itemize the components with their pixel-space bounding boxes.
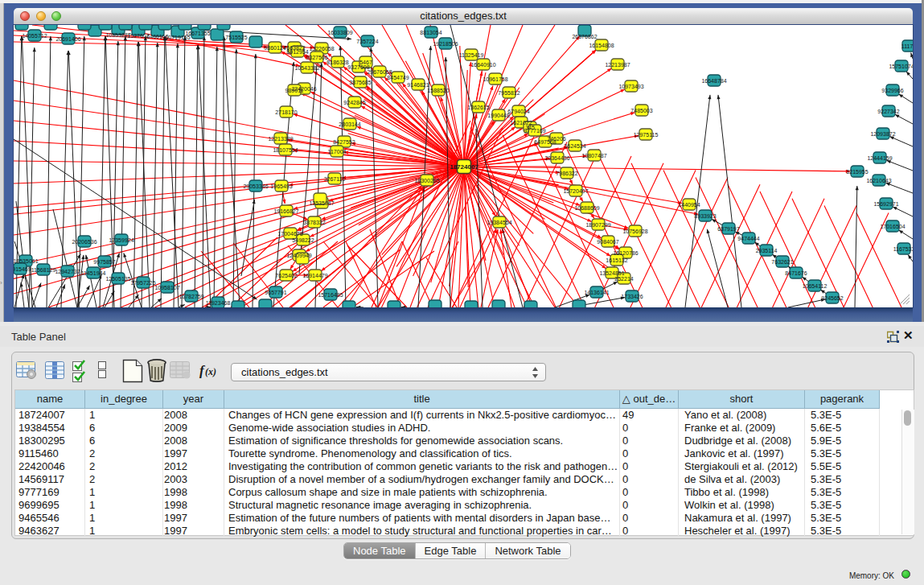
- svg-text:16648784: 16648784: [701, 78, 726, 84]
- svg-text:14055712: 14055712: [22, 33, 47, 39]
- svg-text:1615132: 1615132: [606, 257, 627, 263]
- svg-text:12505135: 12505135: [105, 276, 130, 282]
- svg-text:8454749: 8454749: [387, 75, 409, 80]
- svg-text:9245652: 9245652: [821, 295, 843, 301]
- svg-text:12213987: 12213987: [605, 62, 630, 68]
- svg-text:11923468: 11923468: [206, 300, 231, 306]
- svg-text:29053346: 29053346: [243, 183, 268, 189]
- svg-text:9146821: 9146821: [407, 82, 429, 88]
- svg-text:19218506: 19218506: [433, 41, 458, 47]
- svg-text:19384554: 19384554: [487, 220, 511, 225]
- svg-text:10973493: 10973493: [618, 84, 643, 89]
- svg-text:13226058: 13226058: [309, 46, 334, 51]
- svg-text:18300295: 18300295: [414, 178, 439, 183]
- svg-text:3267110: 3267110: [324, 176, 346, 182]
- svg-text:3915469: 3915469: [14, 266, 31, 272]
- svg-text:10543382: 10543382: [294, 65, 319, 71]
- svg-text:9657791: 9657791: [265, 290, 286, 295]
- svg-text:6879197: 6879197: [717, 226, 739, 232]
- svg-text:10961758: 10961758: [483, 76, 507, 82]
- svg-text:15751074: 15751074: [889, 64, 913, 69]
- svg-text:3878332: 3878332: [303, 220, 325, 225]
- svg-text:16033809: 16033809: [327, 30, 352, 35]
- svg-text:7632621: 7632621: [771, 259, 793, 265]
- svg-text:10756928: 10756928: [622, 229, 647, 234]
- svg-text:7625402: 7625402: [275, 273, 297, 278]
- svg-text:11568129: 11568129: [31, 267, 56, 273]
- svg-text:18535061: 18535061: [14, 258, 39, 264]
- svg-text:13524851: 13524851: [599, 270, 624, 276]
- svg-text:3624534: 3624534: [564, 143, 585, 149]
- svg-text:10958107: 10958107: [154, 285, 179, 290]
- svg-text:8933923: 8933923: [694, 213, 716, 219]
- svg-text:13535947: 13535947: [309, 200, 334, 206]
- svg-text:1965493: 1965493: [270, 183, 292, 189]
- svg-text:14136141: 14136141: [584, 290, 609, 295]
- svg-text:(x): (x): [205, 366, 216, 377]
- svg-text:9227342: 9227342: [877, 109, 899, 114]
- svg-text:10688609: 10688609: [574, 205, 599, 211]
- svg-text:7515525: 7515525: [225, 35, 247, 40]
- svg-text:9975857: 9975857: [93, 259, 115, 265]
- svg-text:15692971: 15692971: [873, 201, 898, 207]
- svg-text:11325419: 11325419: [459, 52, 484, 58]
- svg-text:12942737: 12942737: [55, 269, 80, 274]
- svg-text:17359924: 17359924: [109, 237, 133, 243]
- svg-text:19166827: 19166827: [273, 208, 298, 214]
- svg-text:8215955: 8215955: [846, 169, 868, 175]
- svg-text:9242845: 9242845: [343, 100, 365, 105]
- svg-text:9327506: 9327506: [306, 55, 327, 60]
- svg-text:12409949: 12409949: [286, 253, 311, 258]
- svg-text:1588520: 1588520: [427, 88, 449, 93]
- svg-text:9777169: 9777169: [524, 128, 545, 134]
- svg-text:8813054: 8813054: [420, 30, 441, 35]
- svg-text:26876862: 26876862: [572, 34, 597, 39]
- svg-text:117004: 117004: [328, 149, 347, 154]
- svg-text:15716485: 15716485: [318, 292, 343, 298]
- svg-text:10807487: 10807487: [581, 153, 606, 159]
- svg-text:8912954: 8912954: [286, 49, 308, 55]
- svg-text:8427552: 8427552: [333, 139, 355, 145]
- svg-text:9860124: 9860124: [264, 45, 285, 51]
- svg-text:16671355: 16671355: [185, 31, 210, 36]
- svg-text:12975115: 12975115: [634, 132, 659, 138]
- svg-text:16914479: 16914479: [302, 273, 327, 278]
- svg-text:9329966: 9329966: [881, 88, 903, 93]
- svg-text:1362615: 1362615: [467, 105, 489, 110]
- svg-text:5498222: 5498222: [292, 237, 314, 243]
- svg-text:20206536: 20206536: [72, 239, 97, 245]
- svg-text:8186328: 8186328: [326, 60, 348, 65]
- svg-text:6794024: 6794024: [507, 109, 529, 114]
- svg-text:15720407: 15720407: [563, 188, 588, 194]
- svg-text:12444159: 12444159: [867, 155, 892, 161]
- svg-text:9084067: 9084067: [597, 239, 618, 245]
- svg-text:11174: 11174: [901, 43, 913, 49]
- svg-text:7986322: 7986322: [556, 171, 577, 176]
- svg-text:5467: 5467: [359, 60, 372, 65]
- svg-text:7485003: 7485003: [630, 108, 652, 113]
- svg-text:17957225: 17957225: [130, 280, 155, 286]
- svg-text:9474444: 9474444: [737, 236, 759, 241]
- svg-text:17004678: 17004678: [277, 231, 302, 237]
- svg-text:18107554: 18107554: [273, 147, 298, 153]
- svg-text:16154808: 16154808: [589, 43, 614, 48]
- svg-text:16782759: 16782759: [179, 294, 203, 299]
- svg-text:989011: 989011: [285, 88, 304, 93]
- svg-text:16640910: 16640910: [470, 62, 495, 68]
- svg-text:12093872: 12093872: [870, 131, 895, 137]
- svg-text:252214: 252214: [614, 276, 633, 282]
- svg-text:1733426: 1733426: [621, 294, 643, 299]
- svg-text:16120786: 16120786: [613, 250, 638, 256]
- svg-text:12213389: 12213389: [268, 136, 293, 142]
- svg-text:3875685: 3875685: [349, 80, 371, 85]
- svg-text:746206: 746206: [547, 136, 565, 142]
- svg-text:11451944: 11451944: [81, 270, 106, 276]
- svg-text:17016504: 17016504: [880, 224, 905, 229]
- svg-text:29676068: 29676068: [367, 69, 392, 75]
- svg-text:2803144: 2803144: [339, 122, 360, 127]
- svg-text:8471676: 8471676: [785, 270, 807, 276]
- svg-text:1990448: 1990448: [487, 113, 509, 118]
- svg-text:18724007: 18724007: [450, 163, 478, 171]
- svg-text:1440954: 1440954: [678, 202, 700, 208]
- svg-text:2935114: 2935114: [756, 248, 778, 253]
